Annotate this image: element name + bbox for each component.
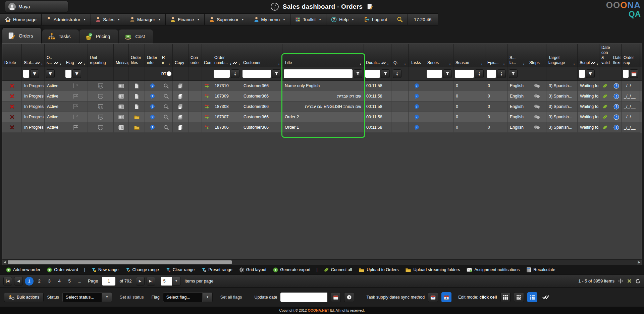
filter-input[interactable] [455, 70, 474, 78]
cell-delete[interactable] [2, 102, 22, 112]
grid-view-button[interactable] [500, 292, 511, 302]
cell-r_ir[interactable] [160, 81, 173, 91]
cell-message[interactable] [114, 122, 129, 133]
grid-select-button[interactable] [527, 292, 537, 302]
cell-message[interactable] [114, 81, 129, 91]
toolbar-button-upload-streaming-folders[interactable]: Upload streaming folders [402, 266, 463, 273]
column-header-copy[interactable]: Copy [173, 44, 189, 67]
chevron-down-icon[interactable]: ▼ [102, 292, 112, 302]
cell-order_info[interactable]: ? [145, 102, 160, 112]
column-header-status[interactable]: Stat...✔✔⋮ [22, 44, 45, 67]
cell-copy[interactable] [173, 112, 189, 122]
toolbar-button-connect-all[interactable]: Connect all [321, 266, 355, 273]
menu-search-button[interactable] [392, 13, 408, 25]
cell-order_info[interactable]: ? [145, 91, 160, 102]
table-row[interactable]: In ProgressActive1-9?187310Customer366Na… [2, 81, 642, 91]
cell-order_info[interactable]: ? [145, 122, 160, 133]
column-menu-icon[interactable]: ⋮ [277, 61, 281, 65]
column-header-order_info[interactable]: Order info [145, 44, 160, 67]
items-per-page-select[interactable]: 5 ▼ [161, 277, 181, 286]
toolbar-button-add-new-order[interactable]: Add new order [3, 266, 43, 273]
filter-funnel-button[interactable] [272, 69, 281, 78]
menu-item-sales[interactable]: Sales▼ [91, 13, 125, 25]
filter-input[interactable] [243, 70, 271, 78]
next-page-button[interactable]: ▶ [136, 277, 145, 286]
toolbar-button-assignment-notifications[interactable]: Assignment notifications [464, 266, 522, 273]
sync-supply-down-button[interactable] [441, 292, 451, 302]
filter-funnel-button[interactable] [443, 69, 452, 78]
flag-select[interactable]: Select flag... ▼ [163, 292, 213, 302]
horizontal-scrollbar[interactable]: ◀ ▶ [2, 259, 642, 265]
select-all-icon[interactable]: ✔✔ [381, 61, 385, 65]
filter-spinner-button[interactable]: ▲▼ [231, 69, 239, 78]
cell-r_ir[interactable] [160, 112, 173, 122]
table-row[interactable]: In ProgressActive1-9?187307Customer366Or… [2, 112, 642, 122]
column-menu-icon[interactable]: ⋮ [359, 61, 362, 65]
menu-item-help[interactable]: ?Help▼ [326, 13, 359, 25]
column-header-source_language[interactable]: S... la...⋮ [507, 44, 527, 67]
column-menu-icon[interactable]: ⋮ [386, 61, 390, 65]
column-menu-icon[interactable]: ⋮ [83, 61, 86, 65]
cell-copy[interactable] [173, 102, 189, 112]
toolbar-button-preset-range[interactable]: Preset range [199, 266, 235, 273]
filter-dropdown-button[interactable]: ▼ [30, 69, 39, 78]
filter-input[interactable] [427, 70, 442, 78]
column-header-title[interactable]: Title⋮ [282, 44, 364, 67]
column-header-season[interactable]: Season⋮ [453, 44, 485, 67]
table-row[interactable]: In ProgressActive1-9?187309Customer366שם… [2, 91, 642, 102]
filter-calendar-button[interactable] [630, 69, 638, 78]
column-menu-icon[interactable]: ⋮ [237, 61, 241, 65]
filter-input[interactable] [365, 70, 380, 78]
column-header-date_flexi[interactable]: Date flexi [611, 44, 622, 67]
page-number-...[interactable]: ... [75, 277, 84, 286]
page-input[interactable] [102, 277, 115, 286]
column-header-flag[interactable]: Flag✔✔⋮ [64, 44, 88, 67]
select-all-icon[interactable]: ✔✔ [54, 61, 58, 65]
rtl-toggle[interactable]: RT [161, 71, 171, 76]
cell-message[interactable] [114, 91, 129, 102]
bulk-actions-button[interactable]: Bulk actions [4, 292, 44, 302]
table-row[interactable]: In ProgressActive1-9?187308Customer366שם… [2, 102, 642, 112]
column-header-steps[interactable]: Steps [527, 44, 546, 67]
column-header-duration[interactable]: Durati...✔✔⋮ [364, 44, 391, 67]
column-header-corr[interactable]: Corr [202, 44, 212, 67]
chevron-down-icon[interactable]: ▼ [172, 277, 181, 286]
filter-dropdown-button[interactable]: ▼ [46, 69, 55, 78]
column-menu-icon[interactable]: ⋮ [448, 61, 452, 65]
cell-order_files[interactable] [129, 112, 145, 122]
filter-input[interactable] [487, 70, 496, 78]
cell-delete[interactable] [2, 81, 22, 91]
menu-item-supervisor[interactable]: Supervisor▼ [205, 13, 249, 25]
toolbar-button-clear-range[interactable]: Clear range [163, 266, 197, 273]
page-number-4[interactable]: 4 [55, 277, 64, 286]
scroll-left-arrow[interactable]: ◀ [2, 260, 7, 265]
tab-pricing[interactable]: Pricing [79, 29, 118, 44]
column-menu-icon[interactable]: ⋮ [596, 61, 599, 65]
column-menu-icon[interactable]: ⋮ [502, 61, 506, 65]
calendar-button[interactable] [331, 292, 341, 302]
cell-order_info[interactable]: ? [145, 112, 160, 122]
column-menu-icon[interactable]: ⋮ [572, 61, 576, 65]
column-menu-icon[interactable]: ⋮ [59, 61, 62, 65]
clear-filters-icon[interactable] [627, 278, 632, 284]
column-header-corr_order[interactable]: Corr orde [189, 44, 202, 67]
clock-button[interactable] [344, 292, 354, 302]
column-header-episode[interactable]: Epis...⋮ [485, 44, 507, 67]
update-date-input[interactable] [280, 293, 327, 302]
cell-r_ir[interactable] [160, 91, 173, 102]
edit-document-icon[interactable] [367, 3, 373, 10]
cell-message[interactable] [114, 112, 129, 122]
cell-order_files[interactable] [129, 91, 145, 102]
toolbar-button-order-wizard[interactable]: Order wizard [44, 266, 81, 273]
filter-spinner-button[interactable]: ▲▼ [393, 69, 401, 78]
column-header-date_valid[interactable]: Date con & valid [599, 44, 611, 67]
filter-input[interactable] [623, 70, 629, 78]
cell-order_info[interactable]: ? [145, 81, 160, 91]
tab-tasks[interactable]: Tasks [42, 29, 79, 44]
select-all-icon[interactable]: ✔✔ [77, 61, 82, 65]
toolbar-button-upload-to-orders[interactable]: Upload to Orders [356, 266, 401, 273]
prev-page-button[interactable]: ◀ [14, 277, 23, 286]
cell-order_files[interactable] [129, 102, 145, 112]
cell-delete[interactable] [2, 122, 22, 133]
filter-input[interactable] [579, 70, 585, 78]
